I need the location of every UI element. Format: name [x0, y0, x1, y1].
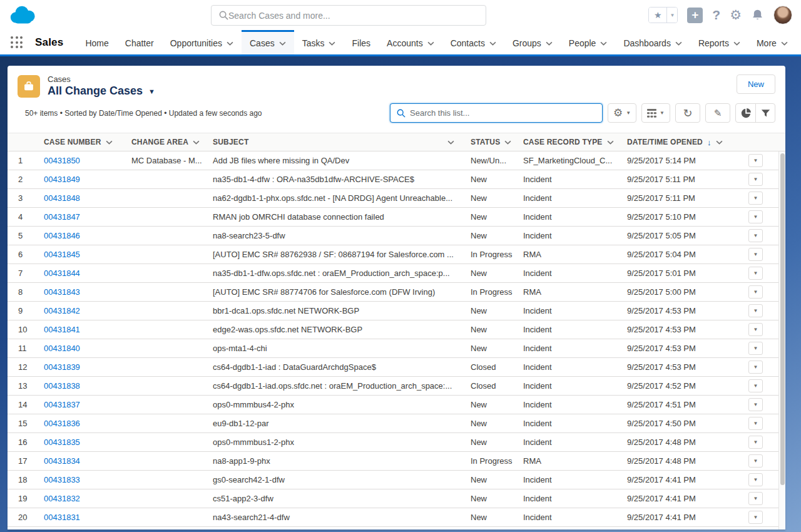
column-header-subject[interactable]: SUBJECT — [213, 138, 471, 146]
list-search-input[interactable] — [410, 108, 596, 118]
scrollbar-thumb[interactable] — [780, 153, 785, 485]
row-actions-button[interactable]: ▼ — [748, 379, 763, 392]
row-actions-button[interactable]: ▼ — [748, 192, 763, 205]
status-cell: In Progress — [471, 287, 523, 297]
nav-tab-label: Opportunities — [170, 38, 222, 48]
case-number-link[interactable]: 00431837 — [44, 400, 80, 409]
table-row: 1600431835ops0-mmmbus1-2-phxNewIncident9… — [8, 433, 785, 452]
case-number-link[interactable]: 00431831 — [44, 513, 80, 522]
nav-tab-more[interactable]: More — [748, 30, 796, 54]
case-number-link[interactable]: 00431841 — [44, 325, 80, 334]
row-actions-button[interactable]: ▼ — [748, 210, 763, 223]
row-actions-button[interactable]: ▼ — [748, 154, 763, 167]
case-number-link[interactable]: 00431843 — [44, 287, 80, 297]
case-number-link[interactable]: 00431845 — [44, 250, 80, 259]
list-view-selector-caret-icon[interactable]: ▼ — [148, 86, 155, 95]
row-actions-button[interactable]: ▼ — [748, 248, 763, 261]
status-cell: New — [471, 325, 523, 334]
star-icon[interactable]: ★ — [649, 8, 666, 23]
row-actions-button[interactable]: ▼ — [748, 454, 763, 468]
case-number-link[interactable]: 00431850 — [44, 156, 80, 165]
status-cell: In Progress — [471, 456, 523, 466]
row-actions-button[interactable]: ▼ — [748, 492, 763, 505]
row-number-cell: 7 — [8, 269, 44, 278]
case-number-link[interactable]: 00431844 — [44, 269, 80, 278]
case-number-link[interactable]: 00431839 — [44, 362, 80, 372]
column-header-case-number[interactable]: CASE NUMBER — [44, 138, 131, 146]
search-icon — [397, 109, 406, 118]
case-record-type-cell: Incident — [523, 325, 627, 334]
case-number-link[interactable]: 00431838 — [44, 381, 80, 391]
row-actions-button[interactable]: ▼ — [748, 267, 763, 280]
global-search[interactable] — [211, 5, 486, 26]
case-number-link[interactable]: 00431840 — [44, 344, 80, 353]
column-label: CASE RECORD TYPE — [523, 138, 603, 146]
chevron-down-icon — [733, 41, 740, 46]
notifications-bell-icon[interactable] — [751, 8, 764, 22]
favorites-button[interactable]: ★ ▼ — [648, 7, 678, 23]
case-number-link[interactable]: 00431848 — [44, 193, 80, 203]
row-number-cell: 20 — [8, 513, 44, 522]
setup-gear-icon[interactable]: ⚙ — [730, 8, 742, 23]
column-header-change-area[interactable]: CHANGE AREA — [131, 138, 213, 146]
display-as-button[interactable]: ▼ — [641, 103, 670, 123]
caret-down-icon: ▼ — [753, 345, 758, 351]
row-actions-button[interactable]: ▼ — [748, 304, 763, 317]
nav-tab-dashboards[interactable]: Dashboards — [615, 30, 690, 54]
column-header-date-time-opened[interactable]: DATE/TIME OPENED↓ — [627, 138, 743, 147]
nav-tab-chatter[interactable]: Chatter — [117, 30, 162, 54]
list-view-controls-button[interactable]: ⚙▼ — [608, 103, 636, 123]
row-actions-button[interactable]: ▼ — [748, 173, 763, 186]
row-actions-button[interactable]: ▼ — [748, 473, 763, 486]
nav-tab-reports[interactable]: Reports — [690, 30, 748, 54]
column-header-status[interactable]: STATUS — [471, 138, 523, 146]
row-actions-button[interactable]: ▼ — [748, 417, 763, 430]
status-cell: Closed — [471, 381, 523, 391]
global-search-input[interactable] — [228, 11, 478, 21]
case-record-type-cell: Incident — [523, 419, 627, 428]
row-actions-button[interactable]: ▼ — [748, 342, 763, 355]
nav-tab-files[interactable]: Files — [344, 30, 379, 54]
new-case-button[interactable]: New — [737, 74, 775, 94]
case-number-link[interactable]: 00431833 — [44, 475, 80, 484]
list-search-box[interactable] — [390, 103, 603, 123]
case-number-cell: 00431838 — [44, 381, 131, 391]
case-number-link[interactable]: 00431836 — [44, 419, 80, 428]
case-number-link[interactable]: 00431849 — [44, 175, 80, 184]
nav-tab-contacts[interactable]: Contacts — [442, 30, 504, 54]
caret-down-icon: ▼ — [753, 496, 758, 501]
row-actions-button[interactable]: ▼ — [748, 323, 763, 336]
nav-tab-accounts[interactable]: Accounts — [379, 30, 442, 54]
case-number-link[interactable]: 00431834 — [44, 456, 80, 466]
row-actions-button[interactable]: ▼ — [748, 511, 763, 524]
global-actions-button[interactable]: + — [687, 8, 703, 23]
app-launcher-icon[interactable] — [9, 34, 25, 51]
column-header-case-record-type[interactable]: CASE RECORD TYPE — [523, 138, 627, 146]
row-actions-button[interactable]: ▼ — [748, 229, 763, 242]
nav-tab-groups[interactable]: Groups — [504, 30, 561, 54]
case-number-link[interactable]: 00431835 — [44, 437, 80, 447]
user-avatar[interactable] — [773, 6, 792, 24]
help-icon[interactable]: ? — [712, 8, 720, 23]
case-number-link[interactable]: 00431847 — [44, 212, 80, 222]
favorites-caret-icon[interactable]: ▼ — [666, 8, 677, 23]
nav-tab-people[interactable]: People — [561, 30, 616, 54]
caret-down-icon: ▼ — [753, 402, 758, 407]
row-actions-button[interactable]: ▼ — [748, 285, 763, 299]
charts-button[interactable] — [736, 104, 755, 122]
filter-button[interactable] — [755, 104, 775, 122]
list-view-title: All Change Cases — [48, 84, 143, 98]
refresh-button[interactable]: ↻ — [675, 103, 700, 123]
inline-edit-button[interactable]: ✎ — [705, 103, 730, 123]
row-actions-button[interactable]: ▼ — [748, 398, 763, 411]
table-scrollbar[interactable] — [778, 151, 785, 529]
case-number-link[interactable]: 00431842 — [44, 306, 80, 315]
row-actions-button[interactable]: ▼ — [748, 361, 763, 374]
nav-tab-home[interactable]: Home — [77, 30, 116, 54]
case-number-link[interactable]: 00431846 — [44, 231, 80, 240]
case-number-link[interactable]: 00431832 — [44, 494, 80, 503]
nav-tab-opportunities[interactable]: Opportunities — [162, 30, 242, 54]
row-actions-button[interactable]: ▼ — [748, 436, 763, 449]
nav-tab-cases[interactable]: Cases — [242, 30, 294, 54]
nav-tab-tasks[interactable]: Tasks — [294, 30, 344, 54]
